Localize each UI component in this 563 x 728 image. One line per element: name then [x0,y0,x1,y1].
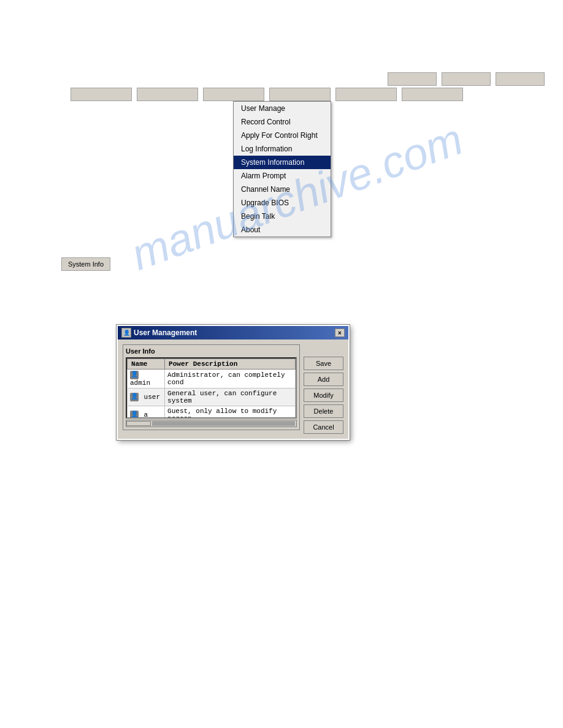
dialog-button-panel: Save Add Modify Delete Cancel [304,344,343,434]
menu-item-log-information[interactable]: Log Information [234,142,331,156]
user-table: Name Power Description 👤 admin [127,358,296,419]
scrollbar-thumb [126,421,151,426]
user-management-dialog: 👤 User Management × User Info Name Power… [117,325,350,440]
nav-btn-1[interactable] [71,88,132,101]
cancel-button[interactable]: Cancel [304,420,343,434]
top-btn-1[interactable] [388,72,437,86]
user-desc-admin: Administrator, can completely cond [165,370,296,389]
dropdown-menu: User Manage Record Control Apply For Con… [233,101,331,237]
user-icon-admin: 👤 [130,371,139,379]
top-btn-3[interactable] [496,72,545,86]
table-row[interactable]: 👤 a Guest, only allow to modify person [128,406,296,419]
nav-bar [71,88,463,101]
user-table-scroll[interactable]: Name Power Description 👤 admin [126,357,297,419]
nav-btn-4[interactable] [269,88,331,101]
horizontal-scrollbar[interactable] [126,420,297,427]
nav-btn-6[interactable] [402,88,463,101]
nav-btn-3[interactable] [203,88,264,101]
menu-item-channel-name[interactable]: Channel Name [234,183,331,196]
user-icon-guest: 👤 [130,411,139,419]
nav-btn-2[interactable] [137,88,198,101]
menu-item-upgrade-bios[interactable]: Upgrade BIOS [234,196,331,210]
menu-item-apply-control[interactable]: Apply For Control Right [234,129,331,142]
col-header-description: Power Description [165,359,296,370]
bottom-button[interactable]: System Info [61,257,110,271]
menu-item-system-information[interactable]: System Information [234,156,331,169]
user-desc-user: General user, can configure system [165,389,296,406]
table-row[interactable]: 👤 user General user, can configure syste… [128,389,296,406]
table-row[interactable]: 👤 admin Administrator, can completely co… [128,370,296,389]
menu-item-record-control[interactable]: Record Control [234,115,331,129]
menu-item-alarm-prompt[interactable]: Alarm Prompt [234,169,331,183]
top-btn-2[interactable] [442,72,491,86]
user-name-admin: 👤 admin [128,370,165,389]
dialog-title-area: 👤 User Management [121,328,197,338]
dialog-content-row: User Info Name Power Description [123,344,343,434]
dialog-titlebar: 👤 User Management × [118,326,348,339]
group-box-label: User Info [126,347,297,355]
user-desc-guest: Guest, only allow to modify person [165,406,296,419]
user-name-guest: 👤 a [128,406,165,419]
menu-item-user-manage[interactable]: User Manage [234,102,331,115]
dialog-table-area: User Info Name Power Description [123,344,300,434]
scrollbar-track [152,421,295,426]
menu-item-about[interactable]: About [234,223,331,237]
top-toolbar [388,72,545,86]
delete-button[interactable]: Delete [304,404,343,418]
user-name-user: 👤 user [128,389,165,406]
dialog-close-button[interactable]: × [335,328,345,337]
col-header-name: Name [128,359,165,370]
dialog-app-icon: 👤 [121,328,131,338]
modify-button[interactable]: Modify [304,389,343,402]
dialog-title: User Management [134,328,197,337]
add-button[interactable]: Add [304,373,343,386]
nav-btn-5[interactable] [335,88,397,101]
user-icon-user: 👤 [130,393,139,401]
save-button[interactable]: Save [304,357,343,370]
dialog-body: User Info Name Power Description [118,339,348,439]
user-info-group: User Info Name Power Description [123,344,300,430]
menu-item-begin-talk[interactable]: Begin Talk [234,210,331,223]
